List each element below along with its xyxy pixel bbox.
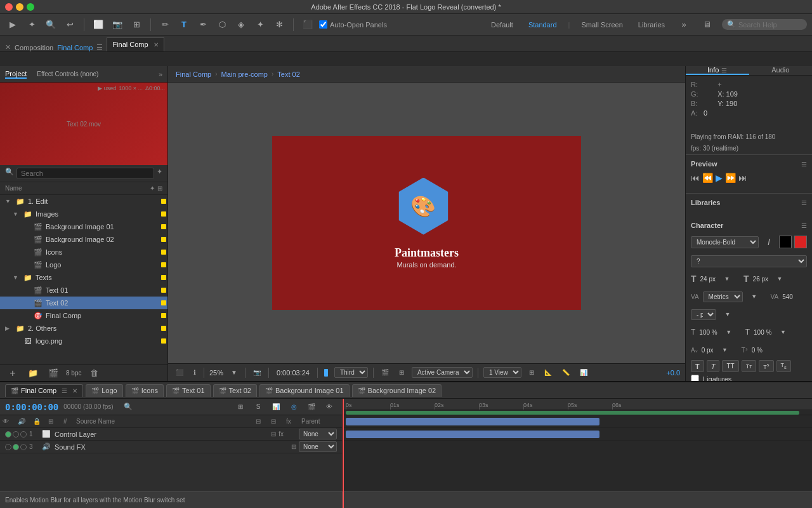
tl-tab-bgimg02[interactable]: 🎬 Background Image 02 <box>352 384 442 397</box>
tl-finalcomp-menu[interactable]: ☰ <box>62 387 67 394</box>
prev-first[interactable]: ⏮ <box>691 173 700 183</box>
monitor2-icon[interactable]: 🖥 <box>699 17 714 32</box>
rect-tool[interactable]: ⬜ <box>91 17 106 32</box>
ruler-btn[interactable]: 📏 <box>560 368 572 377</box>
mask-tool[interactable]: ⬡ <box>214 17 230 32</box>
workspace-small[interactable]: Small Screen <box>577 20 626 30</box>
tracking-select[interactable]: Metrics <box>703 291 743 302</box>
list-item-edit[interactable]: ▼ 📁 1. Edit <box>0 195 167 208</box>
list-item-icons[interactable]: 🎬 Icons <box>0 246 167 258</box>
list-item-logopng[interactable]: 🖼 logo.png <box>0 335 167 347</box>
new-item-icon[interactable]: ✦ <box>157 168 162 179</box>
workspace-libraries[interactable]: Libraries <box>634 20 669 30</box>
viewer-info[interactable]: ℹ <box>191 368 199 377</box>
tl-btn-add-mark[interactable]: ⊞ <box>233 399 248 415</box>
search-tool[interactable]: 🔍 <box>43 17 58 32</box>
prev-forward[interactable]: ⏩ <box>725 173 736 183</box>
pen2-tool[interactable]: ✒ <box>195 17 211 32</box>
unit-dropdown[interactable]: ▼ <box>720 307 735 322</box>
maximize-button[interactable] <box>27 3 34 11</box>
expand-all-icon[interactable]: ⊞ <box>157 185 162 192</box>
list-item-texts[interactable]: ▼ 📁 Texts <box>0 271 167 284</box>
fmt-italic[interactable]: T <box>707 360 720 372</box>
expand-texts[interactable]: ▼ <box>13 274 20 281</box>
more-workspaces[interactable]: » <box>676 17 691 32</box>
undo-tool[interactable]: ↩ <box>62 17 77 32</box>
leading-dropdown[interactable]: ▼ <box>772 271 787 286</box>
font-style-select[interactable]: ? <box>691 255 807 267</box>
italic-icon[interactable]: I <box>761 234 776 250</box>
layer-3-vis[interactable] <box>5 444 11 450</box>
text-tool[interactable]: T <box>176 17 192 32</box>
snapshot-btn[interactable]: 📷 <box>251 368 263 377</box>
sort-icon[interactable]: ✦ <box>150 185 155 192</box>
camera-tool[interactable]: 📷 <box>110 17 125 32</box>
tab-project[interactable]: Project <box>5 70 27 79</box>
stamp-tool[interactable]: ✦ <box>252 17 268 32</box>
list-item-text02[interactable]: 🎬 Text 02 <box>0 297 167 309</box>
tl-btn-view[interactable]: 👁 <box>322 399 337 415</box>
close-button[interactable] <box>5 3 13 11</box>
unit-select[interactable]: - px <box>691 309 716 320</box>
minimize-button[interactable] <box>16 3 23 11</box>
layer-3-parent[interactable]: None <box>299 441 337 452</box>
playhead[interactable] <box>343 399 344 508</box>
pen-tool[interactable]: ✦ <box>24 17 39 32</box>
new-comp-btn[interactable]: 🎬 <box>46 366 61 381</box>
breadcrumb-text02[interactable]: Text 02 <box>277 70 299 78</box>
prev-back[interactable]: ⏪ <box>702 173 713 183</box>
stroke-color-swatch[interactable] <box>794 236 807 248</box>
viewer-toggle[interactable]: ⬛ <box>173 368 186 377</box>
tracking-dropdown[interactable]: ▼ <box>747 289 762 304</box>
view-count-select[interactable]: 1 View <box>483 367 521 378</box>
grid-btn[interactable]: ⊞ <box>527 368 537 377</box>
tl-bar-layer-1[interactable] <box>346 418 599 425</box>
character-menu-icon[interactable]: ☰ <box>801 222 807 229</box>
expand-others[interactable]: ▶ <box>5 325 13 331</box>
expand-edit[interactable]: ▼ <box>5 198 13 204</box>
comp-tab-final[interactable]: Final Comp ✕ <box>107 37 164 51</box>
layer-1-lock[interactable] <box>20 431 27 438</box>
chart-btn[interactable]: 📊 <box>577 368 590 377</box>
layer-3-audio[interactable] <box>13 444 19 450</box>
tl-btn-3d[interactable]: 🎬 <box>304 399 319 415</box>
camera-view-select[interactable]: Third <box>334 367 368 378</box>
prev-play[interactable]: ▶ <box>716 173 723 183</box>
font-select[interactable]: Monocle-Bold <box>691 236 759 248</box>
transparency-btn[interactable]: ⊞ <box>396 368 407 377</box>
fmt-allcaps[interactable]: TT <box>722 360 738 372</box>
tab-effect-controls[interactable]: Effect Controls (none) <box>37 70 98 77</box>
comp-tab-final-close[interactable]: ✕ <box>154 41 159 48</box>
auto-open-checkbox[interactable] <box>319 20 327 29</box>
fmt-sub[interactable]: Ts <box>776 360 791 372</box>
puppet-tool[interactable]: ✻ <box>272 17 287 32</box>
active-camera-select[interactable]: Active Camera <box>412 367 473 378</box>
list-item-bgimg01[interactable]: 🎬 Background Image 01 <box>0 220 167 233</box>
breadcrumb-mainprecomp[interactable]: Main pre-comp <box>221 70 268 78</box>
zoom-dropdown[interactable]: ▼ <box>228 368 240 377</box>
tl-tab-logo[interactable]: 🎬 Logo <box>86 384 122 397</box>
tl-bar-layer-3[interactable] <box>346 431 599 438</box>
workspace-standard[interactable]: Standard <box>525 20 561 30</box>
list-item-bgimg02[interactable]: 🎬 Background Image 02 <box>0 233 167 246</box>
brush-tool[interactable]: ✏ <box>157 17 173 32</box>
tl-tab-finalcomp[interactable]: 🎬 Final Comp ☰ ✕ <box>5 384 83 397</box>
select-tool[interactable]: ▶ <box>5 17 20 32</box>
prev-last[interactable]: ⏭ <box>738 173 747 183</box>
list-item-text01[interactable]: 🎬 Text 01 <box>0 284 167 297</box>
fill-tool[interactable]: ◈ <box>233 17 249 32</box>
breadcrumb-finalcomp[interactable]: Final Comp <box>176 70 211 78</box>
tl-tab-text01[interactable]: 🎬 Text 01 <box>166 384 210 397</box>
list-item-logo[interactable]: 🎬 Logo <box>0 258 167 271</box>
tl-btn-graph[interactable]: 📊 <box>268 399 284 415</box>
tl-btn-motion-blur[interactable]: ◎ <box>286 399 301 415</box>
tab-info[interactable]: Info ☰ <box>686 66 749 75</box>
layer-3-lock[interactable] <box>20 444 27 450</box>
preview-menu-icon[interactable]: ☰ <box>801 161 807 168</box>
fmt-super[interactable]: Ts <box>759 360 773 372</box>
info-menu-icon[interactable]: ☰ <box>721 67 727 74</box>
fmt-smallcaps[interactable]: Tт <box>742 360 757 372</box>
new-folder-btn[interactable]: 📁 <box>25 366 41 381</box>
fmt-bold[interactable]: T <box>691 360 704 372</box>
fast-preview-btn[interactable]: 🎬 <box>379 368 391 377</box>
